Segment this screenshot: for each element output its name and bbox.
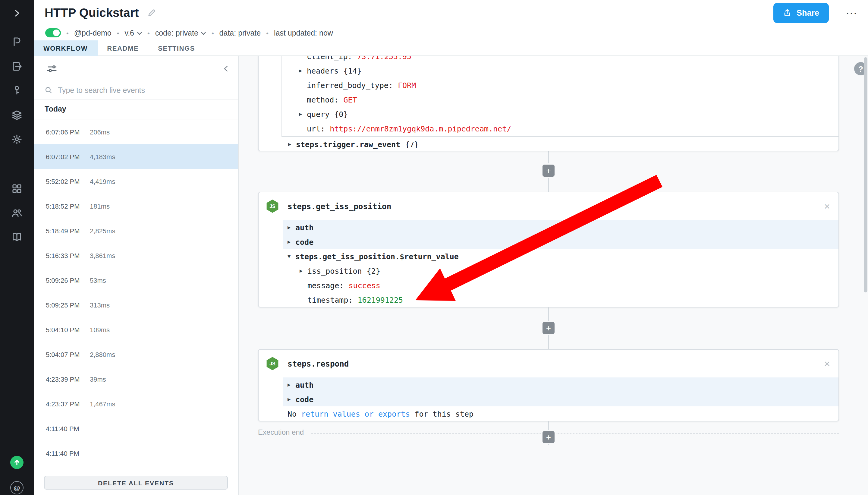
- json-key: iss_position: [308, 266, 362, 275]
- account-link[interactable]: @pd-demo: [74, 29, 111, 37]
- json-row-timestamp: timestamp: 1621991225: [283, 292, 838, 307]
- event-time: 5:09:26 PM: [46, 276, 90, 284]
- exports-doc-link[interactable]: return values or exports: [301, 409, 410, 418]
- json-key: message:: [308, 281, 344, 290]
- support-at-icon[interactable]: @: [10, 481, 23, 494]
- version-dropdown[interactable]: v.6: [125, 29, 142, 37]
- event-list-item[interactable]: 4:11:40 PM: [34, 441, 238, 465]
- event-duration: 3,861ms: [90, 252, 115, 259]
- app-icon-rail: @: [0, 0, 34, 495]
- status-up-icon[interactable]: [10, 456, 23, 469]
- event-duration: 2,825ms: [90, 227, 115, 234]
- tab-settings[interactable]: SETTINGS: [148, 40, 205, 56]
- json-value: FORM: [398, 81, 416, 89]
- json-key: steps.get_iss_position.$return_value: [295, 252, 459, 261]
- event-duration: 206ms: [90, 128, 110, 135]
- event-list-item[interactable]: 5:52:02 PM4,419ms: [34, 169, 238, 193]
- header-meta-row: • @pd-demo • v.6 • code: private • data:…: [34, 25, 868, 40]
- disclosure-triangle-icon[interactable]: ▶: [299, 111, 307, 117]
- json-row-method: method: GET: [282, 92, 838, 107]
- trigger-event-object: client_ip: 73.71.255.95 ▶ headers {14} i…: [281, 56, 838, 137]
- step-auth-row: ▶ auth: [283, 377, 838, 392]
- event-list-item[interactable]: 5:09:26 PM53ms: [34, 268, 238, 292]
- close-icon[interactable]: ×: [824, 201, 830, 211]
- json-count: {7}: [405, 140, 419, 149]
- event-duration: 313ms: [90, 301, 110, 308]
- close-icon[interactable]: ×: [824, 358, 830, 369]
- step-title: steps.respond: [288, 359, 349, 368]
- disclosure-triangle-icon[interactable]: ▶: [299, 68, 307, 73]
- add-step-button[interactable]: +: [541, 430, 556, 444]
- event-list-item[interactable]: 5:04:07 PM2,880ms: [34, 342, 238, 366]
- filter-icon[interactable]: [45, 62, 59, 76]
- event-list-item[interactable]: 5:16:33 PM3,861ms: [34, 243, 238, 268]
- event-list-item[interactable]: 5:09:25 PM313ms: [34, 292, 238, 317]
- workflow-canvas: client_ip: 73.71.255.95 ▶ headers {14} i…: [239, 56, 868, 495]
- add-step-button[interactable]: +: [541, 164, 556, 178]
- key-icon[interactable]: [10, 84, 23, 97]
- step-card-header: JS steps.get_iss_position ×: [259, 192, 838, 220]
- people-icon[interactable]: [10, 206, 23, 220]
- event-time: 5:09:25 PM: [46, 301, 90, 308]
- json-key: query: [307, 109, 329, 118]
- disclosure-triangle-icon[interactable]: ▶: [288, 224, 295, 230]
- meta-separator: •: [66, 29, 69, 36]
- tab-readme[interactable]: README: [97, 40, 148, 56]
- collapse-panel-icon[interactable]: [219, 62, 233, 76]
- pipedream-logo-icon[interactable]: [10, 35, 23, 48]
- step-auth-row: ▶ auth: [283, 220, 838, 235]
- event-time: 4:11:40 PM: [46, 449, 90, 457]
- disclosure-triangle-icon[interactable]: ▼: [288, 253, 295, 259]
- event-time: 6:07:06 PM: [46, 128, 90, 135]
- edit-title-icon[interactable]: [147, 8, 156, 17]
- event-list-item[interactable]: 4:23:37 PM1,467ms: [34, 391, 238, 416]
- event-list-item[interactable]: 5:18:52 PM181ms: [34, 193, 238, 218]
- no-exports-prefix: No: [288, 409, 297, 418]
- json-key: inferred_body_type:: [307, 81, 393, 89]
- code-visibility-dropdown[interactable]: code: private: [155, 29, 206, 37]
- book-icon[interactable]: [10, 230, 23, 243]
- disclosure-triangle-icon[interactable]: ▶: [288, 382, 295, 388]
- live-events-panel: Today 6:07:06 PM206ms 6:07:02 PM4,183ms …: [34, 56, 239, 495]
- event-list-item[interactable]: 6:07:06 PM206ms: [34, 119, 238, 144]
- event-time: 5:52:02 PM: [46, 177, 90, 185]
- share-button[interactable]: Share: [774, 3, 829, 23]
- sources-icon[interactable]: [10, 60, 23, 73]
- disclosure-triangle-icon[interactable]: ▶: [288, 396, 295, 402]
- event-duration: 1,467ms: [90, 400, 115, 407]
- delete-all-events-button[interactable]: DELETE ALL EVENTS: [44, 476, 228, 490]
- event-time: 4:23:39 PM: [46, 375, 90, 382]
- json-value: success: [348, 281, 380, 290]
- event-list-item[interactable]: 4:23:39 PM39ms: [34, 366, 238, 391]
- disclosure-triangle-icon[interactable]: ▶: [299, 268, 308, 274]
- gear-icon[interactable]: [10, 133, 23, 146]
- add-step-button[interactable]: +: [541, 321, 556, 335]
- event-list-item-selected[interactable]: 6:07:02 PM4,183ms: [34, 144, 238, 169]
- json-count: {14}: [343, 66, 361, 75]
- grid-icon[interactable]: [10, 182, 23, 195]
- tab-workflow[interactable]: WORKFLOW: [34, 40, 97, 56]
- event-time: 5:18:49 PM: [46, 227, 90, 234]
- expand-sidebar-icon[interactable]: [10, 7, 23, 20]
- event-duration: 53ms: [90, 276, 106, 284]
- vertical-scrollbar-thumb[interactable]: [864, 57, 867, 292]
- workflow-active-toggle[interactable]: [45, 28, 61, 37]
- disclosure-triangle-icon[interactable]: ▶: [288, 239, 295, 245]
- disclosure-triangle-icon[interactable]: ▶: [288, 141, 296, 147]
- search-input[interactable]: [58, 86, 227, 95]
- step-code-row: ▶ code: [283, 235, 838, 249]
- more-options-button[interactable]: ⋯: [846, 7, 858, 18]
- chevron-down-icon: [201, 31, 206, 35]
- event-list-item[interactable]: 5:18:49 PM2,825ms: [34, 218, 238, 243]
- event-duration: 4,183ms: [90, 153, 115, 160]
- step-card-body: ▶ auth ▶ code ▼ steps.get_iss_position.$…: [283, 220, 838, 307]
- event-list-item[interactable]: 4:11:40 PM: [34, 416, 238, 441]
- event-list-item[interactable]: 5:04:10 PM109ms: [34, 317, 238, 342]
- event-duration: 109ms: [90, 326, 110, 333]
- event-list: 6:07:06 PM206ms 6:07:02 PM4,183ms 5:52:0…: [34, 119, 238, 465]
- layers-icon[interactable]: [10, 108, 23, 122]
- meta-separator: •: [212, 29, 214, 36]
- workflow-header: HTTP Quickstart Share ⋯ • @pd-demo • v.6…: [34, 0, 868, 56]
- json-row-iss-position: ▶ iss_position {2}: [283, 263, 838, 278]
- search-icon: [45, 86, 52, 94]
